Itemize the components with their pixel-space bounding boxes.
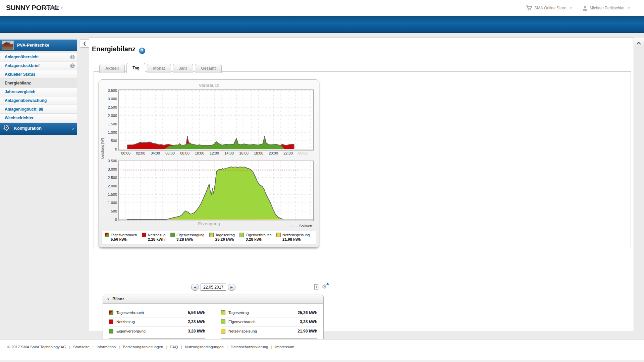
- collapse-sidebar-button[interactable]: ❮: [80, 40, 89, 48]
- sidebar: PVA-Perlitschke AnlagenübersichtAnlagens…: [0, 40, 77, 135]
- bilanz-row-label: Eigenverbrauch: [228, 320, 300, 324]
- sidebar-item-konfiguration[interactable]: ⚙ Konfiguration ›: [0, 123, 77, 135]
- x-tick-label: 10:00: [193, 151, 207, 155]
- footer-separator: |: [69, 345, 70, 349]
- language-dropdown[interactable]: Deutsch∨: [45, 5, 63, 10]
- globe-icon: [70, 55, 75, 59]
- date-input[interactable]: [201, 284, 226, 291]
- online-store-label: SMA Online Store: [534, 6, 566, 10]
- footer-link-impressum[interactable]: Impressum: [275, 345, 294, 349]
- date-navigation: ◀ ▶ ⚙: [103, 284, 324, 292]
- x-tick-label: 08:00: [178, 151, 192, 155]
- chevron-right-icon: ›: [72, 126, 74, 131]
- tab-aktuell[interactable]: Aktuell: [99, 64, 125, 73]
- sidebar-item-energiebilanz[interactable]: Energiebilanz: [0, 79, 77, 87]
- settings-dropdown-arrow: [326, 283, 329, 285]
- sollwert-label: Sollwert: [299, 224, 312, 228]
- green-swatch: [170, 233, 175, 237]
- bilanz-row-value: 3,28 kWh: [300, 319, 317, 324]
- footer-link-faq[interactable]: FAQ: [170, 345, 178, 349]
- bilanz-row-label: Netzbezug: [116, 320, 188, 324]
- chart-title-erzeugung: Erzeugung: [99, 221, 319, 226]
- split-red-green-swatch: [109, 310, 113, 315]
- y-tick-label: 0: [104, 218, 117, 222]
- y-tick-label: 500: [104, 139, 117, 143]
- x-tick-label: 18:00: [252, 151, 266, 155]
- globe-icon: [70, 63, 75, 68]
- legend-item-eigenverbrauch: Eigenverbrauch3,28 kWh: [239, 232, 276, 243]
- x-tick-label: 00:00: [296, 151, 310, 155]
- legend-value: 3,28 kWh: [176, 237, 208, 241]
- bilanz-row-netzeinspeisung: Netzeinspeisung21,98 kWh: [221, 326, 317, 336]
- sidebar-item-wechselrichter[interactable]: Wechselrichter: [0, 114, 77, 122]
- chart-title-verbrauch: Verbrauch: [99, 83, 319, 88]
- y-axis-label: Leistung [W]: [100, 138, 104, 159]
- legend-row: Tagesertrag: [209, 233, 238, 237]
- plant-header[interactable]: PVA-Perlitschke: [0, 40, 77, 51]
- bilanz-header[interactable]: ▼ Bilanz: [103, 295, 323, 304]
- sidebar-item-anlagenübersicht[interactable]: Anlagenübersicht: [0, 53, 77, 61]
- legend-item-tagesverbrauch: Tagesverbrauch5,56 kWh: [104, 232, 141, 243]
- konfiguration-label: Konfiguration: [14, 126, 42, 131]
- sidebar-item-aktueller-status[interactable]: Aktueller Status: [0, 70, 77, 79]
- tab-tag[interactable]: Tag: [126, 63, 145, 73]
- next-day-button[interactable]: ▶: [228, 284, 235, 291]
- publish-chart-icon[interactable]: [313, 284, 320, 290]
- legend-row: Eigenverbrauch: [239, 233, 275, 237]
- previous-day-button[interactable]: ◀: [191, 284, 199, 291]
- tab-gesamt[interactable]: Gesamt: [195, 64, 222, 73]
- verbrauch-chart: [118, 89, 314, 150]
- chevron-up-icon: [636, 42, 641, 45]
- user-menu[interactable]: Michael Perlitschke∨: [582, 5, 630, 11]
- yellow-swatch: [276, 233, 281, 237]
- tab-monat[interactable]: Monat: [147, 64, 171, 73]
- footer-separator: |: [227, 345, 228, 349]
- legend-name: Netzeinspeisung: [282, 233, 310, 237]
- footer-link-datenschutzerklärung[interactable]: Datenschutzerklärung: [231, 345, 268, 349]
- plant-thumbnail: [2, 41, 14, 50]
- sidebar-nav: AnlagenübersichtAnlagensteckbriefAktuell…: [0, 53, 77, 122]
- sidebar-item-anlagenlogbuch-88[interactable]: Anlagenlogbuch: 88: [0, 105, 77, 114]
- scroll-top-button[interactable]: [634, 38, 644, 48]
- legend-row: Netzbezug: [142, 233, 169, 237]
- sollwert-line-swatch: ····: [290, 225, 297, 227]
- chevron-down-icon: ∨: [570, 6, 572, 10]
- footer-link-nutzungsbedingungen[interactable]: Nutzungsbedingungen: [185, 345, 223, 349]
- sidebar-item-anlagensteckbrief[interactable]: Anlagensteckbrief: [0, 62, 77, 70]
- y-tick-label: 2.500: [104, 176, 117, 180]
- y-tick-label: 1.000: [104, 130, 117, 134]
- y-tick-label: 1.500: [104, 192, 117, 196]
- sidebar-item-jahresvergleich[interactable]: Jahresvergleich: [0, 88, 77, 96]
- help-icon[interactable]: ?: [139, 48, 145, 54]
- user-icon: [582, 5, 588, 11]
- legend-item-eigenversorgung: Eigenversorgung3,28 kWh: [170, 232, 209, 243]
- tab-jahr[interactable]: Jahr: [173, 64, 193, 73]
- bilanz-row-value: 25,26 kWh: [298, 310, 317, 315]
- bilanz-row-value: 21,98 kWh: [298, 329, 317, 334]
- tab-content-panel: Verbrauch Leistung [W] 3.5003.0002.5002.…: [94, 71, 631, 249]
- sidebar-item-anlagenüberwachung[interactable]: Anlagenüberwachung: [0, 97, 77, 105]
- bilanz-row-value: 5,56 kWh: [188, 310, 205, 315]
- y-tick-label: 2.000: [104, 184, 117, 188]
- red-swatch: [142, 233, 146, 237]
- legend-value: 5,56 kWh: [111, 237, 141, 241]
- content-panel: Energiebilanz? AktuellTagMonatJahrGesamt…: [89, 38, 634, 331]
- footer-link-information[interactable]: Information: [97, 345, 116, 349]
- bilanz-row-label: Tagesertrag: [228, 311, 298, 315]
- footer-separator: |: [119, 345, 120, 349]
- legend-row: Eigenversorgung: [170, 233, 208, 237]
- online-store-link[interactable]: SMA Online Store∨: [526, 5, 572, 11]
- legend-name: Eigenverbrauch: [246, 233, 271, 237]
- y-tick-label: 0: [104, 147, 117, 151]
- footer-link-startseite[interactable]: Startseite: [73, 345, 90, 349]
- chart-settings-icon[interactable]: ⚙: [322, 284, 328, 290]
- bilanz-row-label: Netzeinspeisung: [228, 329, 298, 333]
- energy-chart-container: Verbrauch Leistung [W] 3.5003.0002.5002.…: [99, 79, 319, 248]
- legend-row: Netzeinspeisung: [276, 233, 313, 237]
- y-tick-label: 1.000: [104, 201, 117, 205]
- user-name-label: Michael Perlitschke: [590, 6, 624, 10]
- footer-link-bedienungsanleitungen[interactable]: Bedienungsanleitungen: [123, 345, 163, 349]
- bilanz-row-value: 3,28 kWh: [188, 329, 205, 334]
- bilanz-row-tagesertrag: Tagesertrag25,26 kWh: [221, 308, 317, 317]
- footer: © 2017 SMA Solar Technology AG|Startseit…: [0, 339, 644, 360]
